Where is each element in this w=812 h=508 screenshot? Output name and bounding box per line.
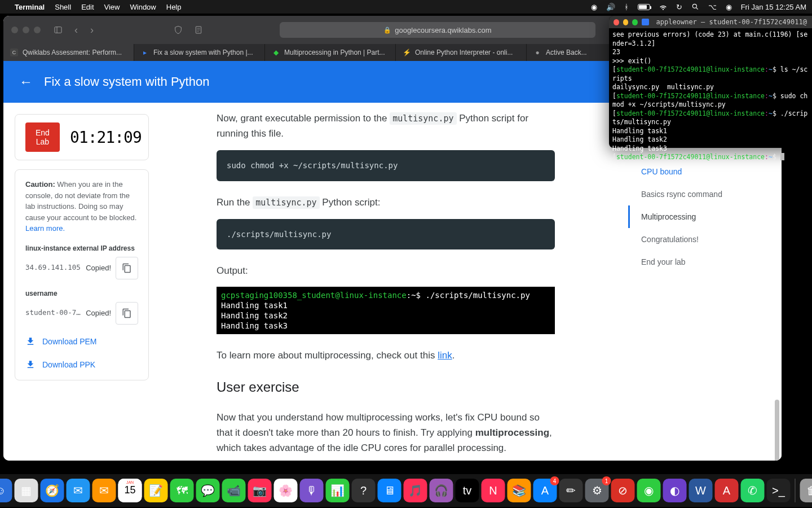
dock-item[interactable]: ✏ [559,479,583,502]
dock-item[interactable]: 🌸 [274,479,298,502]
tab-1[interactable]: ▸Fix a slow system with Python |... [134,44,265,61]
mac-menubar: Terminal Shell Edit View Window Help ◉ 🔊… [0,0,812,14]
gfg-favicon-icon: ◆ [272,49,280,56]
dock-item[interactable]: W [689,479,713,502]
menu-app[interactable]: Terminal [15,3,45,11]
tab-3[interactable]: ⚡Online Python Interpreter - onli... [396,44,527,61]
siri-icon[interactable]: ◉ [726,3,732,11]
article: Now, grant executable permission to the … [160,103,589,461]
dock-item[interactable]: ✆ [741,479,765,502]
svg-line-1 [696,8,698,10]
dock-item[interactable]: ☺ [0,479,12,502]
menu-view[interactable]: View [104,3,120,11]
fullscreen-icon[interactable] [632,19,638,25]
dock-item[interactable]: 📚 [508,479,531,502]
output-label: Output: [217,263,555,278]
tab-2[interactable]: ◆Multiprocessing in Python | Part... [265,44,396,61]
dock-item[interactable]: ▦ [15,479,38,502]
menu-window[interactable]: Window [130,3,156,11]
terminal-body[interactable]: see previous errors) (code 23) at main.c… [609,28,812,164]
ip-value: 34.69.141.105 [25,262,81,273]
favicon-icon: ● [533,49,541,56]
terminal-window[interactable]: appleowner — student-00-7f1572c49011@li.… [609,16,812,148]
dock-item[interactable]: 🎧 [430,479,453,502]
caution-card: Caution: When you are in the console, do… [15,169,149,380]
dock-item[interactable]: ? [352,479,376,502]
spotlight-icon[interactable] [691,3,699,11]
address-bar[interactable]: 🔒 googlecoursera.qwiklabs.com [280,22,595,38]
end-lab-button[interactable]: End Lab [25,122,60,152]
rightnav-item[interactable]: Basics rsync command [628,183,764,205]
bluetooth-icon[interactable]: ᚼ [624,3,629,11]
page-title: Fix a slow system with Python [44,75,209,89]
dock-item[interactable]: 💬 [196,479,220,502]
rightnav-item[interactable]: Multiprocessing [628,205,764,228]
shield-icon[interactable] [171,25,186,34]
dock-item[interactable]: A4 [533,479,557,502]
tab-0[interactable]: CQwiklabs Assessment: Perform... [3,44,134,61]
wifi-icon[interactable] [659,3,667,11]
dock-item[interactable]: ⊘ [611,479,635,502]
dock-item[interactable]: 📷 [248,479,272,502]
dock-item[interactable]: >_ [767,479,791,502]
folder-icon [642,19,648,25]
menu-shell[interactable]: Shell [55,3,71,11]
multiprocessing-link[interactable]: link [438,350,452,361]
close-icon[interactable] [614,19,619,25]
dock-item[interactable]: 🧭 [41,479,64,502]
dock-item[interactable]: JAN15 [118,479,142,502]
dock-item[interactable]: ✉ [92,479,116,502]
url-text: googlecoursera.qwiklabs.com [395,26,491,34]
back-arrow-icon[interactable]: ‹ [71,24,81,36]
clock[interactable]: Fri Jan 15 12:25 AM [741,3,806,11]
menu-help[interactable]: Help [166,3,182,11]
user-exercise-heading: User exercise [217,376,555,398]
timemachine-icon[interactable]: ↻ [676,3,682,11]
dock-item[interactable]: 📝 [144,479,168,502]
copied-toast-2: Copied! [86,308,111,319]
scrollbar-thumb[interactable] [775,400,779,461]
code-block-2: ./scripts/multisync.py [217,219,555,249]
download-ppk-link[interactable]: Download PPK [25,359,138,371]
dock-item[interactable]: 📊 [326,479,350,502]
dock-item[interactable]: ◐ [663,479,687,502]
dock-item[interactable]: 🖥 [378,479,401,502]
dock: ☺▦🧭✉✉JAN15📝🗺💬📹📷🌸🎙📊?🖥🎵🎧tvN📚A4✏⚙1⊘◉◐WA✆>_🗑 [0,474,812,507]
header-back-arrow-icon[interactable]: ← [19,74,33,90]
dock-item[interactable]: ⚙1 [585,479,609,502]
dock-item[interactable]: tv [456,479,479,502]
dock-item[interactable]: ✉ [67,479,90,502]
menu-edit[interactable]: Edit [81,3,94,11]
dock-item[interactable]: ◉ [637,479,661,502]
dock-item[interactable]: 🎵 [404,479,427,502]
dock-item[interactable]: 🗑 [800,479,813,502]
endlab-card: End Lab 01:21:09 [15,114,149,160]
copy-ip-button[interactable] [116,257,138,279]
dock-item[interactable]: N [482,479,505,502]
control-center-icon[interactable]: ⌥ [708,3,717,11]
terminal-title: appleowner — student-00-7f1572c49011@li.… [656,18,807,26]
reader-icon[interactable] [191,25,206,34]
copy-user-button[interactable] [116,302,138,325]
svg-rect-2 [55,27,61,33]
minimize-icon[interactable] [623,19,629,25]
lock-icon: 🔒 [383,27,391,34]
record-icon[interactable]: ◉ [591,3,597,11]
dock-item[interactable]: 📹 [222,479,246,502]
traffic-lights[interactable] [11,27,41,33]
dock-item[interactable]: 🎙 [300,479,324,502]
dock-item[interactable]: 🗺 [170,479,194,502]
copied-toast: Copied! [86,262,111,274]
sidebar-toggle-icon[interactable] [51,25,65,34]
username-label: username [25,288,138,299]
forward-arrow-icon[interactable]: › [87,24,97,36]
learn-more-link[interactable]: Learn more. [25,224,65,233]
download-icon [25,360,36,370]
volume-icon[interactable]: 🔊 [606,3,615,11]
download-pem-link[interactable]: Download PEM [25,336,138,348]
rightnav-item[interactable]: Congratulations! [628,228,764,251]
dock-item[interactable]: A [715,479,739,502]
rightnav-item[interactable]: End your lab [628,251,764,273]
terminal-titlebar[interactable]: appleowner — student-00-7f1572c49011@li.… [609,16,812,28]
battery-icon[interactable] [638,4,650,10]
